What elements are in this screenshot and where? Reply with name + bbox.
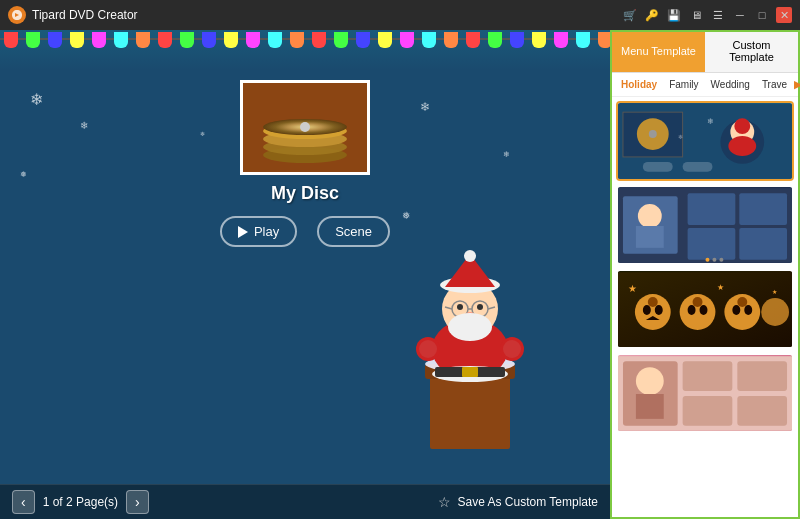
prev-page-button[interactable]: ‹ xyxy=(12,490,35,514)
monitor-icon[interactable]: 🖥 xyxy=(688,7,704,23)
light-bulb xyxy=(576,32,590,48)
svg-rect-45 xyxy=(636,225,664,247)
maximize-icon[interactable]: □ xyxy=(754,7,770,23)
page-info: 1 of 2 Page(s) xyxy=(43,495,118,509)
menu-icon[interactable]: ☰ xyxy=(710,7,726,23)
svg-rect-39 xyxy=(683,161,713,171)
preview-content: ❄ ❄ ❄ ❄ ❅ ❄ ❅ xyxy=(0,70,610,484)
svg-point-66 xyxy=(744,305,752,315)
light-bulb xyxy=(48,32,62,48)
svg-rect-73 xyxy=(683,361,733,391)
svg-point-14 xyxy=(464,250,476,262)
svg-rect-49 xyxy=(739,227,787,259)
svg-text:★: ★ xyxy=(717,283,724,292)
light-bulb xyxy=(400,32,414,48)
cat-wedding[interactable]: Wedding xyxy=(706,77,755,92)
light-bulb xyxy=(356,32,370,48)
svg-text:★: ★ xyxy=(772,289,777,295)
snowflake-icon: ❅ xyxy=(20,170,27,179)
preview-area: ❄ ❄ ❄ ❄ ❅ ❄ ❅ xyxy=(0,30,610,519)
titlebar-icons: 🛒 🔑 💾 🖥 ☰ ─ □ ✕ xyxy=(622,7,792,23)
light-bulb xyxy=(510,32,524,48)
cat-travel[interactable]: Trave xyxy=(757,77,792,92)
close-icon[interactable]: ✕ xyxy=(776,7,792,23)
template-thumb xyxy=(618,187,792,263)
disc-title: My Disc xyxy=(271,183,339,204)
svg-text:★: ★ xyxy=(628,283,637,294)
next-page-button[interactable]: › xyxy=(126,490,149,514)
light-bulb xyxy=(92,32,106,48)
key-icon[interactable]: 🔑 xyxy=(644,7,660,23)
svg-rect-76 xyxy=(737,395,787,425)
cart-icon[interactable]: 🛒 xyxy=(622,7,638,23)
main-container: ❄ ❄ ❄ ❄ ❅ ❄ ❅ xyxy=(0,30,800,519)
light-bulb xyxy=(136,32,150,48)
svg-point-51 xyxy=(712,257,716,261)
svg-point-61 xyxy=(688,305,696,315)
tab-custom-template[interactable]: Custom Template xyxy=(705,32,798,72)
templates-list: ❄ ❄ xyxy=(612,97,798,517)
light-bulb xyxy=(26,32,40,48)
snowflake-icon: ❄ xyxy=(30,90,43,109)
preview-buttons: Play Scene xyxy=(220,216,390,247)
svg-point-15 xyxy=(457,304,463,310)
play-button[interactable]: Play xyxy=(220,216,297,247)
svg-rect-74 xyxy=(737,361,787,391)
light-bulb xyxy=(532,32,546,48)
template-thumb: ★ ★ ★ xyxy=(618,271,792,347)
light-bulb xyxy=(246,32,260,48)
scene-button[interactable]: Scene xyxy=(317,216,390,247)
app-logo xyxy=(8,6,26,24)
svg-point-33 xyxy=(649,130,657,138)
light-bulb xyxy=(444,32,458,48)
template-item-christmas[interactable]: ❄ ❄ xyxy=(616,101,794,181)
svg-text:❄: ❄ xyxy=(678,134,683,140)
minimize-icon[interactable]: ─ xyxy=(732,7,748,23)
light-bulb xyxy=(202,32,216,48)
play-icon xyxy=(238,226,248,238)
disc-thumbnail xyxy=(240,80,370,175)
svg-point-25 xyxy=(419,340,437,358)
light-bulb xyxy=(158,32,172,48)
template-thumb: ❄ ❄ xyxy=(618,103,792,179)
svg-point-16 xyxy=(477,304,483,310)
snowflake-icon: ❄ xyxy=(200,130,205,137)
svg-point-77 xyxy=(636,367,664,395)
right-panel: Menu Template Custom Template Holiday Fa… xyxy=(610,30,800,519)
save-template-area[interactable]: ☆ Save As Custom Template xyxy=(438,494,598,510)
light-bulb xyxy=(70,32,84,48)
light-bulb xyxy=(312,32,326,48)
panel-tabs: Menu Template Custom Template xyxy=(612,32,798,73)
svg-rect-29 xyxy=(462,367,478,377)
snowflake-icon: ❄ xyxy=(80,120,88,131)
titlebar: Tipard DVD Creator 🛒 🔑 💾 🖥 ☰ ─ □ ✕ xyxy=(0,0,800,30)
cat-holiday[interactable]: Holiday xyxy=(616,77,662,92)
app-title: Tipard DVD Creator xyxy=(32,8,622,22)
category-tabs: Holiday Family Wedding Trave ▶ xyxy=(612,73,798,97)
template-item-halloween[interactable]: ★ ★ ★ xyxy=(616,269,794,349)
light-bulb xyxy=(488,32,502,48)
categories-arrow-icon[interactable]: ▶ xyxy=(794,78,800,91)
light-bulb xyxy=(114,32,128,48)
save-icon[interactable]: 💾 xyxy=(666,7,682,23)
svg-point-65 xyxy=(732,305,740,315)
cat-family[interactable]: Family xyxy=(664,77,703,92)
svg-rect-78 xyxy=(636,393,664,418)
santa-figure xyxy=(390,249,550,449)
template-item-winter[interactable] xyxy=(616,185,794,265)
svg-point-23 xyxy=(448,313,492,341)
light-bulb xyxy=(466,32,480,48)
svg-rect-38 xyxy=(643,161,673,171)
svg-point-37 xyxy=(728,136,756,156)
svg-point-5 xyxy=(300,122,310,132)
svg-point-62 xyxy=(700,305,708,315)
light-bulb xyxy=(4,32,18,48)
light-bulb xyxy=(290,32,304,48)
tab-menu-template[interactable]: Menu Template xyxy=(612,32,705,72)
light-bulb xyxy=(598,32,610,48)
nav-bar-left: ‹ 1 of 2 Page(s) › xyxy=(12,490,149,514)
svg-text:❄: ❄ xyxy=(707,117,714,126)
snowflake-icon: ❄ xyxy=(420,100,430,114)
svg-rect-75 xyxy=(683,395,733,425)
template-item-pink[interactable] xyxy=(616,353,794,433)
